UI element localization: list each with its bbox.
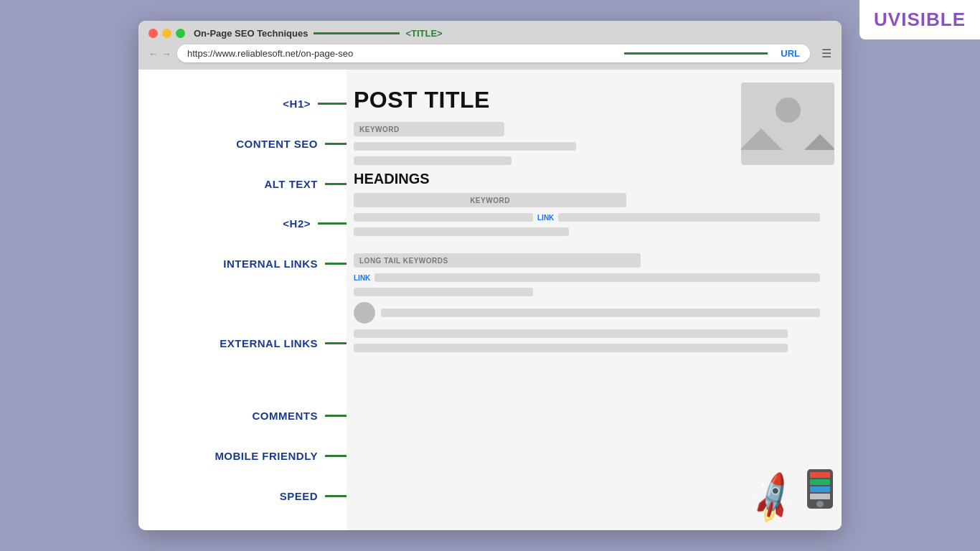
url-label: URL (781, 48, 800, 59)
internal-links-row: LINK (354, 213, 820, 222)
label-row-speed: SPEED (153, 481, 347, 510)
mobile-home-button (816, 501, 824, 507)
link-label-1: LINK (537, 214, 554, 222)
mobile-row-green (810, 479, 830, 485)
long-tail-row: LONG TAIL KEYWORDS (354, 253, 820, 268)
headings-label: HEADINGS (354, 171, 430, 187)
mobile-friendly-connector (325, 455, 347, 457)
external-links-row: LINK (354, 273, 820, 282)
internal-links-bar-2 (558, 213, 820, 222)
keyword-bar-2: KEYWORD (354, 193, 626, 207)
content-seo-connector (325, 143, 347, 145)
external-links-bar (374, 273, 820, 282)
small-bar-2 (354, 227, 569, 236)
mobile-phone-icon (807, 469, 833, 509)
small-bar-1 (354, 156, 512, 165)
image-circle (776, 98, 801, 123)
mobile-friendly-label: MOBILE FRIENDLY (215, 450, 318, 462)
browser-content: <H1> CONTENT SEO ALT TEXT <H2> INTERNAL … (138, 70, 842, 530)
alt-text-bar (354, 142, 576, 151)
alt-text-bar-row (354, 142, 716, 151)
keyword-row-2: KEYWORD (354, 193, 716, 207)
content-seo-label: CONTENT SEO (236, 138, 318, 150)
post-title: POST TITLE (354, 87, 490, 113)
long-tail-bar: LONG TAIL KEYWORDS (354, 253, 641, 268)
label-row-h2: <H2> (153, 209, 347, 238)
h1-connector (318, 103, 347, 105)
internal-links-bar (354, 213, 533, 222)
image-mountain-2 (804, 134, 834, 150)
spacer-row-2 (153, 369, 347, 390)
label-row-mobile-friendly: MOBILE FRIENDLY (153, 441, 347, 470)
internal-links-connector (325, 263, 347, 265)
tab-title-text: On-Page SEO Techniques (194, 28, 308, 39)
browser-chrome: On-Page SEO Techniques <TITLE> ← → https… (138, 21, 842, 70)
left-labels-panel: <H1> CONTENT SEO ALT TEXT <H2> INTERNAL … (138, 70, 347, 530)
address-bar-row: ← → https://www.reliablesoft.net/on-page… (149, 44, 831, 70)
browser-titlebar: On-Page SEO Techniques <TITLE> (149, 28, 831, 39)
link-label-2: LINK (354, 274, 370, 282)
comments-row (354, 302, 820, 324)
small-bar-row-3 (354, 288, 716, 296)
internal-links-label: INTERNAL LINKS (223, 258, 318, 270)
rocket-icon: 🚀 (743, 469, 803, 527)
title-connector-line (314, 32, 400, 34)
h2-label: <H2> (283, 217, 311, 230)
small-bar-3 (354, 288, 533, 296)
maximize-button[interactable] (176, 29, 185, 38)
speed-label: SPEED (280, 490, 318, 502)
close-button[interactable] (149, 29, 158, 38)
mobile-friendly-bar (354, 329, 788, 338)
small-bar-row-1 (354, 156, 716, 165)
comments-label: COMMENTS (253, 410, 319, 422)
label-row-content-seo: CONTENT SEO (153, 129, 347, 158)
commenter-avatar (354, 302, 375, 324)
spacer-row-1 (153, 289, 347, 318)
label-row-comments: COMMENTS (153, 402, 347, 430)
spacer-1 (354, 242, 827, 248)
mobile-row-red (810, 472, 830, 478)
back-arrow[interactable]: ← (149, 48, 159, 60)
mobile-friendly-row (354, 329, 788, 338)
h1-label: <H1> (283, 98, 311, 110)
mobile-row-blue (810, 486, 830, 492)
h2-connector (318, 222, 347, 225)
browser-tab[interactable]: On-Page SEO Techniques <TITLE> (194, 28, 443, 39)
external-links-connector (325, 342, 347, 344)
comments-connector (325, 415, 347, 417)
headings-row: HEADINGS (354, 171, 716, 187)
browser-window: On-Page SEO Techniques <TITLE> ← → https… (138, 21, 842, 530)
label-row-alt-text: ALT TEXT (153, 169, 347, 198)
small-bar-row-2 (354, 227, 716, 236)
menu-icon[interactable]: ☰ (821, 47, 831, 60)
alt-text-label: ALT TEXT (264, 178, 318, 190)
title-tag-label: <TITLE> (405, 28, 442, 39)
navigation-arrows: ← → (149, 48, 171, 60)
image-placeholder (741, 83, 834, 165)
comments-bar (381, 309, 820, 317)
label-row-external-links: EXTERNAL LINKS (153, 329, 347, 358)
url-connector-line (624, 52, 768, 55)
speed-bar (354, 344, 788, 352)
alt-text-connector (325, 183, 347, 185)
external-links-label: EXTERNAL LINKS (220, 337, 318, 349)
label-row-h1: <H1> (153, 90, 347, 118)
forward-arrow[interactable]: → (161, 48, 171, 60)
keyword-row: KEYWORD (354, 122, 716, 136)
uvisible-logo: UVISIBLE (859, 0, 980, 39)
keyword-bar-1: KEYWORD (354, 122, 504, 136)
mobile-row-gray (810, 494, 830, 499)
address-bar[interactable]: https://www.reliablesoft.net/on-page-seo… (177, 44, 810, 62)
speed-row (354, 344, 788, 352)
speed-connector (325, 495, 347, 497)
minimize-button[interactable] (162, 29, 171, 38)
logo-text: UVISIBLE (874, 9, 966, 30)
url-text: https://www.reliablesoft.net/on-page-seo (187, 48, 611, 59)
label-row-internal-links: INTERNAL LINKS (153, 249, 347, 278)
traffic-lights (149, 29, 185, 38)
image-mountain-1 (741, 128, 783, 150)
mobile-screen (810, 472, 830, 499)
page-mockup: POST TITLE KEYWORD HEADINGS (347, 70, 842, 530)
